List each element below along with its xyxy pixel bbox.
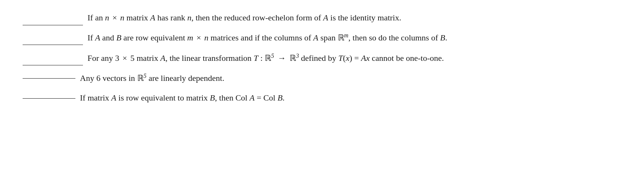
blank-1[interactable]	[23, 25, 83, 25]
statement-5: If matrix A is row equivalent to matrix …	[23, 91, 618, 104]
statement-1-text: If an n × n matrix A has rank n, then th…	[87, 11, 618, 24]
statement-2-text: If A and B are row equivalent m × n matr…	[87, 31, 618, 44]
statement-3: For any 3 × 5 matrix A, the linear trans…	[23, 51, 618, 65]
math-content: If an n × n matrix A has rank n, then th…	[23, 11, 618, 104]
blank-4[interactable]	[23, 78, 75, 79]
statement-5-text: If matrix A is row equivalent to matrix …	[80, 91, 618, 104]
blank-3[interactable]	[23, 65, 83, 65]
statement-1: If an n × n matrix A has rank n, then th…	[23, 11, 618, 24]
statement-4: Any 6 vectors in ℝ5 are linearly depende…	[23, 71, 618, 85]
blank-5[interactable]	[23, 98, 75, 99]
blank-2[interactable]	[23, 45, 83, 45]
statement-4-text: Any 6 vectors in ℝ5 are linearly depende…	[80, 71, 618, 85]
statement-2: If A and B are row equivalent m × n matr…	[23, 31, 618, 44]
statement-3-text: For any 3 × 5 matrix A, the linear trans…	[87, 51, 618, 65]
